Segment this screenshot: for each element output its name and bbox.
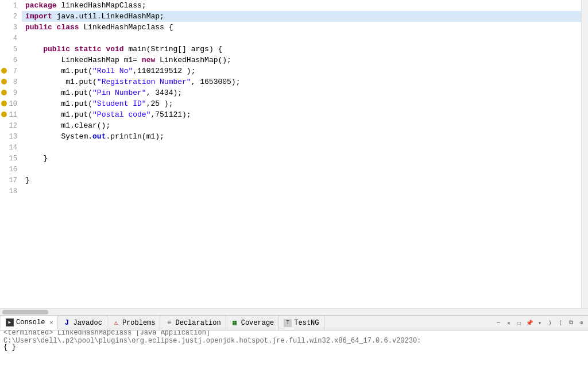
minimize-btn[interactable]: — (494, 318, 503, 328)
problems-icon: ⚠ (112, 319, 120, 327)
console-close-icon[interactable]: ✕ (49, 319, 53, 326)
tab-coverage-label: Coverage (241, 319, 274, 327)
copy-btn[interactable]: ⧉ (566, 318, 575, 328)
plain-token: linkedHashMapClass; (61, 1, 146, 10)
console-output: <terminated> LinkedHashMapclass [Java Ap… (0, 331, 588, 365)
code-line-13: System.out.println(m1); (22, 131, 581, 142)
breakpoint-icon (1, 90, 7, 95)
plain-token: m1.put( (25, 78, 97, 86)
line-number-2: 2 (0, 11, 22, 22)
plain-token: ,751121); (150, 110, 191, 119)
line-number-6: 6 (0, 55, 22, 66)
string-token: "Student ID" (92, 99, 146, 108)
plain-token: .println(m1); (106, 132, 164, 141)
code-line-8: m1.put("Registration Number", 1653005); (22, 76, 581, 87)
terminated-text: <terminated> LinkedHashMapclass [Java Ap… (3, 331, 585, 345)
maximize-btn[interactable]: ☐ (514, 318, 524, 328)
code-lines[interactable]: package linkedHashMapClass;import java.u… (22, 0, 581, 308)
keyword-token: public (25, 23, 57, 32)
plain-token: System. (25, 132, 92, 141)
plain-token: m1.put( (25, 99, 92, 108)
plain-token: } (25, 154, 48, 163)
breakpoint-icon (1, 101, 7, 106)
tab-declaration[interactable]: ≡ Declaration (160, 316, 226, 330)
code-line-17: } (22, 175, 581, 186)
code-line-16 (22, 164, 581, 175)
code-container: 123456789101112131415161718 package link… (0, 0, 588, 308)
line-number-10: 10 (0, 98, 22, 109)
code-line-5: public static void main(String[] args) { (22, 44, 581, 55)
tab-console[interactable]: ▶ Console ✕ (1, 316, 58, 330)
line-number-4: 4 (0, 33, 22, 44)
code-line-9: m1.put("Pin Number", 3434); (22, 87, 581, 98)
tab-problems-label: Problems (122, 319, 156, 327)
line-number-13: 13 (0, 131, 22, 142)
tab-javadoc-label: Javadoc (73, 319, 102, 327)
tab-javadoc[interactable]: J Javadoc (58, 316, 107, 330)
plain-token: java.util.LinkedHashMap; (57, 12, 164, 21)
keyword-token: static (75, 45, 106, 53)
code-line-6: LinkedHashMap m1= new LinkedHashMap(); (22, 55, 581, 66)
line-number-17: 17 (0, 175, 22, 186)
pin-btn[interactable]: 📌 (525, 318, 534, 328)
menu-btn[interactable]: ▾ (535, 318, 544, 328)
line-number-18: 18 (0, 186, 22, 197)
keyword-token: import (25, 12, 57, 21)
string-token: "Roll No" (92, 67, 133, 75)
console-icon: ▶ (6, 318, 14, 326)
line-number-11: 11 (0, 109, 22, 120)
tab-problems[interactable]: ⚠ Problems (107, 316, 161, 330)
string-token: "Pin Number" (92, 89, 146, 97)
javadoc-icon: J (63, 319, 71, 327)
code-line-10: m1.put("Student ID",25 ); (22, 98, 581, 109)
keyword-token: new (142, 56, 160, 64)
keyword-token: public (25, 45, 75, 53)
tab-coverage[interactable]: ▦ Coverage (226, 316, 280, 330)
code-line-7: m1.put("Roll No",1101219512 ); (22, 66, 581, 76)
line-number-14: 14 (0, 142, 22, 153)
plain-token: ,25 ); (146, 99, 173, 108)
code-line-11: m1.put("Postal code",751121); (22, 109, 581, 120)
code-line-1: package linkedHashMapClass; (22, 0, 581, 11)
line-number-7: 7 (0, 66, 22, 76)
testng-icon: T (284, 319, 292, 327)
line-number-9: 9 (0, 87, 22, 98)
static-field-token: out (92, 132, 106, 141)
plain-token: main(String[] args) { (128, 45, 222, 53)
code-line-2: import java.util.LinkedHashMap; (22, 11, 581, 22)
clear-btn[interactable]: ⌫ (577, 318, 586, 328)
prev-btn[interactable]: ⟨ (556, 318, 565, 328)
tab-declaration-label: Declaration (175, 319, 220, 327)
keyword-token: package (25, 1, 61, 10)
plain-token: , 1653005); (191, 78, 241, 86)
vertical-scrollbar[interactable] (581, 0, 588, 308)
output-text: { } (3, 343, 16, 351)
declaration-icon: ≡ (165, 319, 173, 327)
plain-token: m1.put( (25, 89, 92, 97)
line-number-12: 12 (0, 120, 22, 131)
next-btn[interactable]: ⟩ (546, 318, 555, 328)
scrollbar-track[interactable] (2, 310, 48, 314)
plain-token: LinkedHashMap m1= (25, 56, 142, 64)
line-numbers: 123456789101112131415161718 (0, 0, 22, 308)
code-line-3: public class LinkedHashMapclass { (22, 22, 581, 33)
code-line-15: } (22, 153, 581, 164)
string-token: "Postal code" (92, 110, 150, 119)
plain-token: m1.put( (25, 67, 92, 75)
bottom-panel: ▶ Console ✕ J Javadoc ⚠ Problems ≡ Decla… (0, 315, 588, 365)
breakpoint-icon (1, 79, 7, 84)
plain-token: m1.put( (25, 110, 92, 119)
line-number-8: 8 (0, 76, 22, 87)
plain-token: , 3434); (146, 89, 182, 97)
close-panel-btn[interactable]: ✕ (504, 318, 513, 328)
breakpoint-icon (1, 68, 7, 74)
line-number-3: 3 (0, 22, 22, 33)
editor-area: 123456789101112131415161718 package link… (0, 0, 588, 315)
plain-token: m1.clear(); (25, 121, 110, 130)
tab-testng[interactable]: T TestNG (279, 316, 324, 330)
tab-console-label: Console (16, 318, 45, 326)
tab-bar: ▶ Console ✕ J Javadoc ⚠ Problems ≡ Decla… (0, 316, 588, 331)
tab-controls: — ✕ ☐ 📌 ▾ ⟩ ⟨ ⧉ ⌫ (494, 318, 588, 328)
line-number-1: 1 (0, 0, 22, 11)
horizontal-scrollbar-area[interactable] (0, 308, 588, 315)
